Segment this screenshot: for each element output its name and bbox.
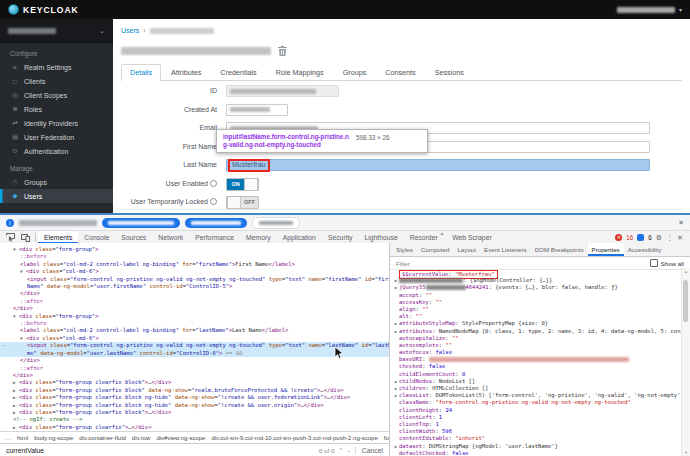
sidebar-item-authentication[interactable]: ⊙Authentication <box>0 144 113 158</box>
dom-tree-line[interactable]: ▶<div class="form-group clearfix">…</div… <box>0 424 389 431</box>
property-row[interactable]: accept: "" <box>393 292 682 299</box>
next-match-icon[interactable]: ⌄ <box>347 447 351 453</box>
property-row[interactable]: clientWidth: 596 <box>393 428 682 435</box>
trash-icon[interactable] <box>278 46 287 56</box>
property-row[interactable]: checked: false <box>393 363 682 370</box>
dom-tree-line[interactable]: ▶<div class="form-group clearfix block">… <box>0 379 389 386</box>
property-row[interactable]: alt: "" <box>393 313 682 320</box>
sidebar-item-roles[interactable]: ≣Roles <box>0 102 113 116</box>
dom-tree-line[interactable]: ::after <box>0 365 389 372</box>
property-row[interactable]: autocapitalize: "" <box>393 335 682 342</box>
dom-tree-line[interactable]: –<input class="form-control ng-pristine … <box>0 342 389 349</box>
tab-details[interactable]: Details <box>121 64 161 81</box>
property-row[interactable]: ▶jQuery354644241: {events: {…}, blur: fa… <box>393 284 682 291</box>
property-row[interactable]: ▶children: HTMLCollection [] <box>393 385 682 392</box>
dom-tree-line[interactable]: ▼<div class="form-group"> <box>0 313 389 320</box>
id-field[interactable] <box>226 85 339 97</box>
filter-input[interactable]: Filter <box>396 260 410 267</box>
property-row[interactable]: autofocus: false <box>393 349 682 356</box>
sidebar-item-client-scopes[interactable]: ◎Client Scopes <box>0 88 113 102</box>
property-row[interactable]: defaultChecked: false <box>393 450 682 456</box>
dom-tree-line[interactable]: </div> <box>0 305 389 312</box>
dom-tree-line[interactable]: ::after <box>0 298 389 305</box>
tab-consents[interactable]: Consents <box>376 64 424 80</box>
dom-tree-line[interactable]: ▼<div class="col-md-6"> <box>0 335 389 342</box>
properties-list[interactable]: $$currentValue: "Musterfrau"▶: {$ngModel… <box>390 268 682 456</box>
property-row[interactable]: accessKey: "" <box>393 299 682 306</box>
tab-attributes[interactable]: Attributes <box>162 64 210 80</box>
scroll-up-icon[interactable]: ▲ <box>682 269 690 274</box>
sidebar-item-groups[interactable]: ◇Groups <box>0 175 113 189</box>
property-row[interactable]: contentEditable: "inherit" <box>393 435 682 442</box>
tab-role-mappings[interactable]: Role Mappings <box>267 64 333 80</box>
dom-tree-line[interactable]: </div> <box>0 357 389 364</box>
dom-tree-line[interactable]: ▶<div class="form-group clearfix block">… <box>0 409 389 416</box>
sidebar-tab-accessibility[interactable]: Accessibility <box>624 243 666 256</box>
error-badge-icon[interactable]: ✕ <box>615 234 622 241</box>
created-at-field[interactable] <box>226 104 288 116</box>
show-all-toggle[interactable]: Show all <box>650 259 684 267</box>
sidebar-item-clients[interactable]: □Clients <box>0 74 113 88</box>
sidebar-item-user-federation[interactable]: ▤User Federation <box>0 130 113 144</box>
sidebar-item-identity-providers[interactable]: ⇄Identity Providers <box>0 116 113 130</box>
user-menu[interactable]: ▾ <box>617 6 682 13</box>
sidebar-item-realm-settings[interactable]: ≡Realm Settings <box>0 60 113 74</box>
property-row[interactable]: ▶attributeStyleMap: StylePropertyMap {si… <box>393 320 682 327</box>
sidebar-tab-styles[interactable]: Styles <box>392 243 417 256</box>
infobar-secondary-button[interactable] <box>185 218 247 228</box>
sidebar-tab-dom-breakpoints[interactable]: DOM Breakpoints <box>531 243 588 256</box>
elements-tree[interactable]: ▼<div class="form-group">::before<label … <box>0 243 389 431</box>
property-row[interactable]: clientLeft: 1 <box>393 414 682 421</box>
dom-crumb[interactable]: div.col-sm-9.col-md-10.col-sm-push-3.col… <box>211 435 377 441</box>
user-temporarily-locked-toggle[interactable]: OFF <box>226 196 259 209</box>
tab-groups[interactable]: Groups <box>334 64 376 80</box>
breadcrumb-users-link[interactable]: Users <box>121 27 139 34</box>
previous-match-icon[interactable]: ⌃ <box>338 447 342 453</box>
property-row[interactable]: ▶attributes: NamedNodeMap {0: class, 1: … <box>393 328 682 335</box>
tab-sessions[interactable]: Sessions <box>426 64 473 80</box>
dom-tree-line[interactable]: ▶<div class="form-group clearfix block n… <box>0 402 389 409</box>
property-row[interactable]: className: "form-control ng-pristine ng-… <box>393 399 682 406</box>
dom-tree-line[interactable]: ▼<div class="form-group"> <box>0 246 389 253</box>
sidebar-tab-layout[interactable]: Layout <box>453 243 480 256</box>
user-enabled-toggle[interactable]: ON <box>226 178 259 191</box>
dom-crumb[interactable]: html <box>17 435 28 441</box>
dom-tree-line[interactable]: <label class="col-md-2 control-label ng-… <box>0 261 389 268</box>
dom-tree-line[interactable]: ::before <box>0 320 389 327</box>
scroll-down-icon[interactable]: ▼ <box>682 450 690 455</box>
property-row[interactable]: align: "" <box>393 306 682 313</box>
dom-tree-line[interactable]: <!-- ngIf: create --> <box>0 416 389 423</box>
dom-tree-line[interactable]: </div> <box>0 290 389 297</box>
property-row[interactable]: $$currentValue: "Musterfrau" <box>393 270 682 277</box>
kebab-menu-icon[interactable]: ⋮ <box>666 234 673 242</box>
last-name-field[interactable]: Musterfrau <box>226 159 650 171</box>
realm-selector[interactable]: ⌄ <box>0 19 113 43</box>
property-row[interactable]: childElementCount: 0 <box>393 371 682 378</box>
property-row[interactable]: ▶dataset: DOMStringMap {ngModel: 'user.l… <box>393 443 682 450</box>
dom-tree-line[interactable]: ▼<div class="col-md-6"> <box>0 268 389 275</box>
scrollbar-thumb[interactable] <box>683 280 688 322</box>
issues-badge-icon[interactable] <box>637 234 644 241</box>
sidebar-item-users[interactable]: ◆Users <box>0 189 113 203</box>
property-row[interactable]: clientHeight: 24 <box>393 407 682 414</box>
properties-scrollbar[interactable]: ▲ ▼ <box>681 268 690 456</box>
dom-tree-line[interactable]: ::before <box>0 253 389 260</box>
infobar-primary-button[interactable] <box>102 218 180 228</box>
search-input[interactable]: currentValue <box>6 447 44 454</box>
checkbox-icon[interactable] <box>650 259 658 267</box>
property-row[interactable]: ▶classList: DOMTokenList(5) ['form-contr… <box>393 392 682 399</box>
close-icon[interactable]: ✕ <box>678 219 684 227</box>
dom-crumb[interactable]: div.row <box>132 435 151 441</box>
dom-tree-line[interactable]: ▶<div class="form-group clearfix block" … <box>0 387 389 394</box>
dom-tree-line[interactable]: me" data-ng-model="user.lastName" contro… <box>0 350 389 357</box>
close-icon[interactable]: ✕ <box>677 234 683 242</box>
dom-tree-line[interactable]: <label class="col-md-2 control-label ng-… <box>0 327 389 334</box>
sidebar-tab-properties[interactable]: Properties <box>588 243 624 256</box>
property-row[interactable]: autocomplete: "" <box>393 342 682 349</box>
property-row[interactable]: clientTop: 1 <box>393 421 682 428</box>
sidebar-tab-computed[interactable]: Computed <box>417 243 454 256</box>
dom-tree-line[interactable]: Name" data-ng-model="user.firstName" con… <box>0 283 389 290</box>
property-row[interactable]: baseURI: <box>393 356 682 363</box>
cancel-button[interactable]: Cancel <box>355 447 383 454</box>
property-row[interactable]: ▶: {$ngModelController: {…}} <box>393 277 682 284</box>
